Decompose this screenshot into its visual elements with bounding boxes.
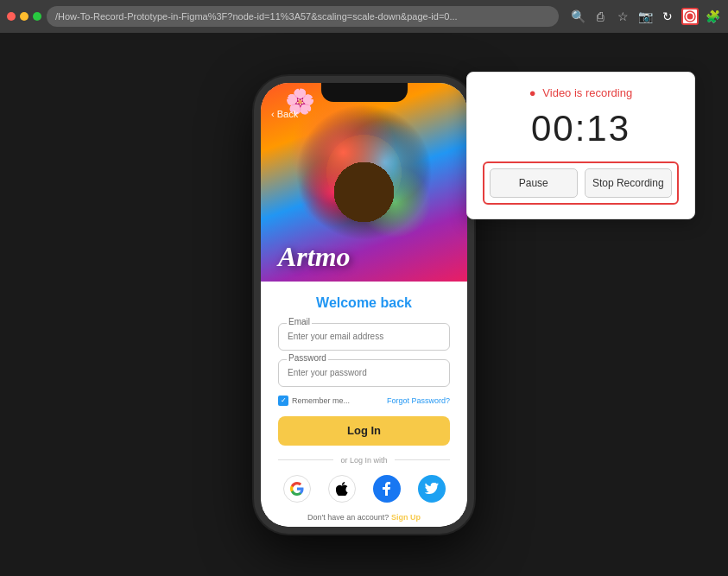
puzzle-icon[interactable]: 🧩 [704,8,721,25]
maximize-dot[interactable] [33,12,41,21]
refresh-icon[interactable]: ↻ [659,8,676,25]
email-label: Email [287,317,312,326]
record-icon[interactable] [681,8,699,25]
close-dot[interactable] [7,12,16,21]
facebook-login-button[interactable] [373,475,401,503]
svg-point-1 [687,14,693,20]
password-label: Password [287,353,328,363]
browser-bar: /How-To-Record-Prototype-in-Figma%3F?nod… [0,0,728,33]
google-login-button[interactable] [283,475,311,503]
forgot-password-link[interactable]: Forgot Password? [387,396,450,405]
signup-prompt: Don't have an account? [307,513,389,522]
divider-line-left [278,459,333,460]
signup-link[interactable]: Sign Up [391,513,421,522]
share-icon[interactable]: ⎙ [592,8,609,25]
back-button[interactable]: ‹ Back [271,109,298,119]
bookmark-icon[interactable]: ☆ [614,8,631,25]
window-controls [7,12,41,21]
recording-controls: Pause Stop Recording [483,161,679,205]
login-button[interactable]: Log In [278,416,450,446]
password-field-wrapper: Password [278,359,450,387]
remember-me-group: ✓ Remember me... [278,396,350,406]
recording-popup: ● Video is recording 00:13 Pause Stop Re… [466,72,695,219]
welcome-heading: Welcome back [278,295,450,311]
phone-screen: ‹ Back 🌸 Artmo Welcome back Email Pa [261,83,467,527]
hero-image: ‹ Back 🌸 Artmo [261,83,467,282]
remember-label: Remember me... [292,396,350,405]
address-bar[interactable]: /How-To-Record-Prototype-in-Figma%3F?nod… [47,6,559,27]
signup-row: Don't have an account? Sign Up [278,513,450,522]
divider-line-right [395,459,450,460]
url-text: /How-To-Record-Prototype-in-Figma%3F?nod… [55,11,458,22]
phone-notch [321,83,408,102]
back-label: Back [277,109,298,119]
divider: or Log In with [278,456,450,465]
pause-button[interactable]: Pause [490,168,578,198]
remember-checkbox[interactable]: ✓ [278,396,288,406]
apple-login-button[interactable] [328,475,356,503]
email-input[interactable] [278,323,450,351]
recording-timer: 00:13 [483,108,679,149]
browser-toolbar: 🔍 ⎙ ☆ 📷 ↻ 🧩 [569,8,721,25]
search-icon[interactable]: 🔍 [569,8,586,25]
recording-status-text: Video is recording [542,86,632,99]
minimize-dot[interactable] [20,12,28,21]
login-form: Welcome back Email Password ✓ Remember m… [261,282,467,527]
recording-indicator: ● [529,86,536,99]
remember-row: ✓ Remember me... Forgot Password? [278,396,450,406]
main-content: ‹ Back 🌸 Artmo Welcome back Email Pa [0,33,728,576]
camera-icon[interactable]: 📷 [636,8,654,25]
social-login-icons [278,475,450,503]
app-logo-text: Artmo [261,241,467,273]
divider-text: or Log In with [340,456,387,465]
recording-status: ● Video is recording [483,86,679,99]
twitter-login-button[interactable] [418,475,446,503]
phone-mockup: ‹ Back 🌸 Artmo Welcome back Email Pa [254,76,474,534]
email-field-wrapper: Email [278,323,450,351]
password-input[interactable] [278,359,450,387]
stop-recording-button[interactable]: Stop Recording [585,168,673,198]
